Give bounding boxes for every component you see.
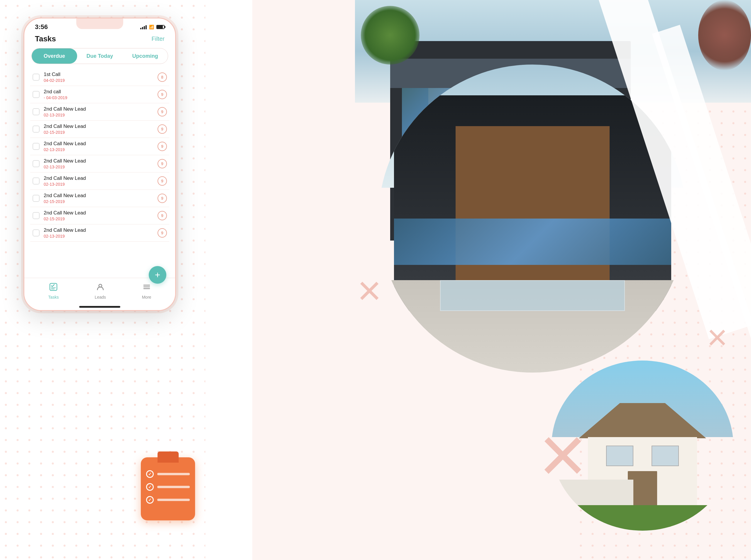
task-item[interactable]: 2nd Call New Lead 02-15-2019 9 <box>30 190 169 207</box>
wifi-icon: 📶 <box>149 25 154 29</box>
task-badge: 9 <box>158 124 167 134</box>
task-item[interactable]: 2nd Call New Lead 02-13-2019 9 <box>30 103 169 121</box>
task-checkbox[interactable] <box>33 229 40 236</box>
x-decoration-small: × <box>707 319 728 355</box>
phone-mockup: 3:56 📶 Tasks Filter <box>23 18 176 311</box>
task-name: 2nd Call New Lead <box>44 227 154 233</box>
task-name: 2nd Call New Lead <box>44 175 154 181</box>
filter-button[interactable]: Filter <box>152 36 165 42</box>
task-badge: 9 <box>158 176 167 186</box>
status-icons: 📶 <box>140 25 165 29</box>
task-date: 02-13-2019 <box>44 147 154 152</box>
tab-overdue[interactable]: Overdue <box>32 48 77 64</box>
task-content: 2nd Call New Lead 02-15-2019 <box>44 123 154 135</box>
task-name: 2nd Call New Lead <box>44 106 154 112</box>
nav-leads-label: Leads <box>95 295 106 300</box>
task-badge: 9 <box>158 90 167 99</box>
task-content: 2nd Call New Lead 02-13-2019 <box>44 175 154 186</box>
header: Tasks Filter <box>24 33 175 48</box>
task-date: 02-13-2019 <box>44 113 154 117</box>
task-date: 02-13-2019 <box>44 164 154 169</box>
task-checkbox[interactable] <box>33 160 40 167</box>
task-checkbox[interactable] <box>33 125 40 133</box>
task-content: 2nd Call New Lead 02-13-2019 <box>44 158 154 169</box>
nav-tasks[interactable]: Tasks <box>48 283 59 300</box>
page-title: Tasks <box>35 34 56 43</box>
task-date: 02-13-2019 <box>44 234 154 239</box>
nav-more[interactable]: More <box>142 283 151 300</box>
task-item[interactable]: 2nd Call New Lead 02-13-2019 9 <box>30 155 169 173</box>
task-item[interactable]: 2nd Call New Lead 02-13-2019 9 <box>30 173 169 190</box>
bottom-nav: Tasks Leads <box>24 278 175 310</box>
task-badge: 9 <box>158 159 167 168</box>
task-date: 02-13-2019 <box>44 182 154 186</box>
nav-tasks-label: Tasks <box>48 295 59 300</box>
battery-icon <box>156 25 165 29</box>
tab-upcoming[interactable]: Upcoming <box>122 48 168 64</box>
task-name: 1st Call <box>44 72 154 77</box>
plus-icon: + <box>155 269 160 280</box>
task-badge: 9 <box>158 228 167 238</box>
task-badge: 9 <box>158 107 167 117</box>
task-name: 2nd call <box>44 89 154 95</box>
task-checkbox[interactable] <box>33 74 40 81</box>
task-item[interactable]: 2nd call - 04-03-2019 9 <box>30 86 169 103</box>
task-badge: 9 <box>158 142 167 151</box>
task-date: 02-15-2019 <box>44 217 154 221</box>
task-name: 2nd Call New Lead <box>44 193 154 199</box>
task-checkbox[interactable] <box>33 108 40 115</box>
task-content: 2nd Call New Lead 02-15-2019 <box>44 193 154 204</box>
task-date: 02-15-2019 <box>44 130 154 135</box>
signal-bars-icon <box>140 25 147 29</box>
task-content: 2nd Call New Lead 02-13-2019 <box>44 106 154 117</box>
task-item[interactable]: 2nd Call New Lead 02-13-2019 9 <box>30 224 169 242</box>
task-checkbox[interactable] <box>33 195 40 202</box>
task-name: 2nd Call New Lead <box>44 123 154 129</box>
task-content: 2nd call - 04-03-2019 <box>44 89 154 100</box>
tab-due-today[interactable]: Due Today <box>77 48 123 64</box>
task-name: 2nd Call New Lead <box>44 141 154 147</box>
svg-rect-4 <box>50 283 57 291</box>
nav-leads[interactable]: Leads <box>95 283 106 300</box>
task-item[interactable]: 2nd Call New Lead 02-15-2019 9 <box>30 207 169 224</box>
nav-more-label: More <box>142 295 151 300</box>
leads-icon <box>96 283 104 293</box>
task-checkbox[interactable] <box>33 178 40 184</box>
x-decoration-large: × <box>539 413 587 496</box>
task-name: 2nd Call New Lead <box>44 158 154 164</box>
task-badge: 9 <box>158 194 167 203</box>
task-content: 2nd Call New Lead 02-13-2019 <box>44 141 154 152</box>
x-decoration-mid: × <box>357 270 381 311</box>
task-badge: 8 <box>158 73 167 82</box>
task-checkbox[interactable] <box>33 212 40 219</box>
task-date: 02-15-2019 <box>44 199 154 204</box>
home-indicator <box>79 306 120 308</box>
task-item[interactable]: 2nd Call New Lead 02-15-2019 9 <box>30 121 169 138</box>
task-checkbox[interactable] <box>33 143 40 150</box>
clipboard-icon: ✓ ✓ ✓ <box>141 457 200 525</box>
task-content: 2nd Call New Lead 02-15-2019 <box>44 210 154 221</box>
task-name: 2nd Call New Lead <box>44 210 154 216</box>
task-content: 1st Call 04-02-2019 <box>44 72 154 83</box>
more-icon <box>143 283 151 293</box>
task-date: 04-02-2019 <box>44 78 154 83</box>
task-badge: 9 <box>158 211 167 220</box>
task-date: - 04-03-2019 <box>44 95 154 100</box>
task-content: 2nd Call New Lead 02-13-2019 <box>44 227 154 239</box>
add-task-button[interactable]: + <box>149 266 166 284</box>
status-time: 3:56 <box>35 23 48 31</box>
tab-bar: Overdue Due Today Upcoming <box>32 48 168 64</box>
tasks-icon <box>49 283 58 293</box>
task-checkbox[interactable] <box>33 91 40 98</box>
task-item[interactable]: 2nd Call New Lead 02-13-2019 9 <box>30 138 169 155</box>
task-item[interactable]: 1st Call 04-02-2019 8 <box>30 68 169 86</box>
